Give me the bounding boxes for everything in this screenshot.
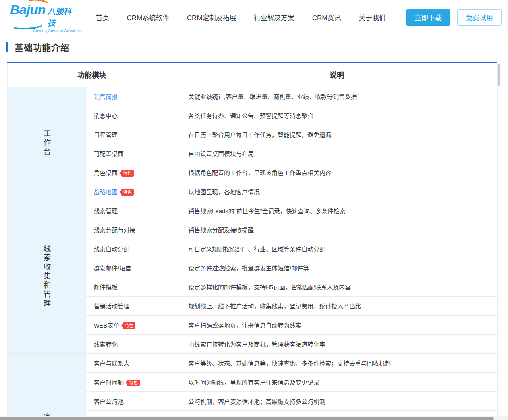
module-label: 营销活动管理	[94, 303, 129, 310]
module-label: 群发邮件/短信	[94, 265, 131, 272]
group-cell: 工作台	[8, 87, 86, 201]
module-cell: 邮件模板	[86, 277, 176, 296]
vertical-scrollbar-thumb[interactable]	[498, 64, 500, 86]
description-cell: 根据角色配置的工作台，呈现该角色工作重点相关内容	[176, 163, 498, 182]
feature-badge: 特色	[123, 322, 135, 329]
module-label: 线索转化	[94, 341, 118, 348]
description-cell: 由线索直接转化为客户及商机，管理获客渠道转化率	[176, 334, 498, 353]
nav-item-5[interactable]: 关于我们	[359, 12, 386, 22]
nav-item-0[interactable]: 首页	[96, 12, 109, 22]
logo-text-cn: 八骏科技	[47, 5, 77, 28]
module-label: 客户与联系人	[94, 360, 129, 367]
brand-logo[interactable]: Bajun 八骏科技 Anyone,Anytime,Anywhere!	[10, 2, 77, 33]
download-button[interactable]: 立即下载	[406, 9, 450, 26]
module-cell: 消息中心	[86, 106, 176, 125]
feature-badge: 特色	[127, 380, 140, 386]
module-cell: 客户公海池	[86, 391, 176, 410]
group-cell: 线索收集和管理	[8, 201, 86, 353]
module-cell: 线索自动分配	[86, 239, 176, 258]
description-cell: 以时间为轴线，呈现所有客户往来信息及变更记录	[176, 372, 498, 391]
description-cell: 各类任务待办、通知公告、预警提醒等消息聚合	[176, 106, 498, 125]
page-title: 基础功能介绍	[15, 40, 70, 53]
module-link[interactable]: 销售简报	[94, 93, 118, 100]
table-header-row: 功能模块 说明	[8, 63, 498, 87]
module-cell: 客户时间轴特色	[86, 372, 176, 391]
nav-item-2[interactable]: CRM定制及拓展	[187, 12, 236, 22]
table-row: 客客户与联系人客户等级、状态、基础信息等，快速查询、多条件检索；支持去重与回收机…	[8, 353, 498, 372]
module-cell: 群发邮件/短信	[86, 258, 176, 277]
column-header-description: 说明	[176, 63, 498, 87]
table-row: 工作台销售简报关键业绩统计,客户量、跟进量、商机量、业绩、收款等销售数据	[8, 87, 498, 106]
feature-badge: 特色	[121, 170, 134, 177]
feature-table: 功能模块 说明 工作台销售简报关键业绩统计,客户量、跟进量、商机量、业绩、收款等…	[7, 63, 498, 420]
horizontal-scrollbar-track[interactable]	[0, 416, 508, 420]
module-cell: 线索转化	[86, 334, 176, 353]
module-label: 客户时间轴	[94, 379, 124, 386]
module-label: 线索自动分配	[94, 246, 129, 252]
module-label: 客户公海池	[94, 398, 124, 405]
column-header-module: 功能模块	[8, 63, 176, 87]
module-label: 可配置桌面	[94, 150, 124, 157]
nav-item-4[interactable]: CRM资讯	[312, 12, 341, 22]
description-cell: 关键业绩统计,客户量、跟进量、商机量、业绩、收款等销售数据	[176, 87, 498, 106]
feature-table-wrapper: 功能模块 说明 工作台销售简报关键业绩统计,客户量、跟进量、商机量、业绩、收款等…	[7, 62, 497, 420]
module-label: 邮件模板	[94, 284, 118, 291]
description-cell: 销售线索Leads的“前世今生”全记录，快速查询、多条件检索	[176, 201, 498, 220]
module-cell: 可配置桌面	[86, 144, 176, 163]
module-cell: 客户与联系人	[86, 353, 176, 372]
module-cell: 线索管理	[86, 201, 176, 220]
description-cell: 设定多样化的邮件模板，支持H5页面，智能匹配联系人及内容	[176, 277, 498, 296]
module-cell: 销售简报	[86, 87, 176, 106]
description-cell: 设定条件过滤线索，批量群发主体短信/邮件等	[176, 258, 498, 277]
description-cell: 以地图呈现，各地客户情况	[176, 182, 498, 201]
module-label: 角色桌面	[94, 170, 118, 176]
main-nav-menu: 首页CRM系统软件CRM定制及拓展行业解决方案CRM资讯关于我们	[96, 12, 386, 22]
module-label: 日程管理	[94, 131, 118, 138]
table-row: 线索收集和管理线索管理销售线索Leads的“前世今生”全记录，快速查询、多条件检…	[8, 201, 498, 220]
description-cell: 在日历上聚合用户每日工作任务，智能提醒，避免遗漏	[176, 125, 498, 144]
group-cell: 客	[8, 353, 86, 420]
horizontal-scrollbar-thumb[interactable]	[0, 417, 494, 420]
description-cell: 客户等级、状态、基础信息等，快速查询、多条件检索；支持去重与回收机制	[176, 353, 498, 372]
description-cell: 规划线上、线下推广活动，收集线索，登记费用，统计投入产出比	[176, 296, 498, 315]
module-label: 线索管理	[94, 208, 118, 214]
nav-item-1[interactable]: CRM系统软件	[127, 12, 170, 22]
feature-badge: 特色	[121, 189, 134, 196]
top-navbar: Bajun 八骏科技 Anyone,Anytime,Anywhere! 首页CR…	[0, 0, 508, 35]
module-cell: 线索分配与对接	[86, 220, 176, 239]
nav-action-buttons: 立即下载 免费试用	[406, 9, 502, 26]
free-trial-button[interactable]: 免费试用	[457, 9, 502, 26]
feature-table-body: 工作台销售简报关键业绩统计,客户量、跟进量、商机量、业绩、收款等销售数据消息中心…	[8, 87, 498, 420]
module-link[interactable]: 战略地图	[94, 189, 118, 195]
module-label: WEB表单	[94, 322, 119, 329]
logo-text-en: Bajun	[10, 2, 45, 17]
nav-item-3[interactable]: 行业解决方案	[254, 12, 294, 22]
module-cell: 日程管理	[86, 125, 176, 144]
module-cell: 战略地图特色	[86, 182, 176, 201]
group-label: 线索收集和管理	[41, 245, 52, 308]
module-cell: 营销活动管理	[86, 296, 176, 315]
group-label: 工作台	[41, 129, 52, 157]
description-cell: 客户扫码或落地页，注册信息自动转为线索	[176, 315, 498, 334]
module-cell: WEB表单特色	[86, 315, 176, 334]
module-label: 线索分配与对接	[94, 227, 135, 233]
module-cell: 角色桌面特色	[86, 163, 176, 182]
description-cell: 销售线索分配及接收提醒	[176, 220, 498, 239]
section-title-row: 基础功能介绍	[6, 41, 508, 53]
module-label: 消息中心	[94, 112, 118, 119]
description-cell: 自由设置桌面模块与布局	[176, 144, 498, 163]
description-cell: 公海机制，客户资源循环池；高级版支持多公海机制	[176, 391, 498, 410]
logo-tagline: Anyone,Anytime,Anywhere!	[33, 29, 77, 33]
title-accent-bar	[6, 42, 8, 52]
description-cell: 可自定义规则按照部门、行业、区域等条件自动分配	[176, 239, 498, 258]
